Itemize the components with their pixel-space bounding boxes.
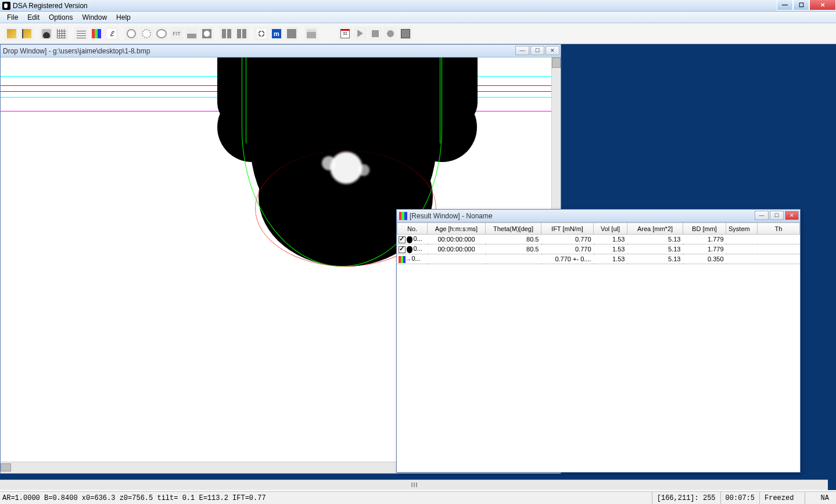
- cell-no: 0...: [414, 235, 422, 242]
- drop-button[interactable]: [40, 27, 53, 41]
- cell-no: 0...: [414, 245, 422, 252]
- minimize-button[interactable]: —: [777, 0, 793, 10]
- result-window-titlebar[interactable]: [Result Window] - Noname — ☐ ✕: [397, 210, 800, 222]
- circle-button-2[interactable]: [139, 27, 153, 41]
- cell-ift: 0.770: [541, 235, 594, 244]
- drop-window-titlebar[interactable]: Drop Window] - g:\users\jaime\desktop\1-…: [1, 45, 561, 57]
- folder-icon: [22, 29, 31, 38]
- result-max-button[interactable]: ☐: [770, 211, 784, 220]
- stop-icon: [372, 30, 379, 37]
- record-icon: [387, 30, 394, 37]
- scrollbar-thumb[interactable]: [552, 57, 561, 68]
- play-button[interactable]: [353, 27, 367, 41]
- menu-help[interactable]: Help: [112, 12, 135, 23]
- menu-options[interactable]: Options: [44, 12, 77, 23]
- target-button[interactable]: [254, 27, 268, 41]
- col-area[interactable]: Area [mm*2]: [627, 223, 683, 235]
- col-vol[interactable]: Vol [ul]: [594, 223, 627, 235]
- col-ift[interactable]: IFT [mN/m]: [541, 223, 594, 235]
- scrollbar-gripper: [406, 483, 423, 487]
- result-table: No. Age [h:m:s:ms] Theta(M)[deg] IFT [mN…: [397, 222, 800, 264]
- menu-edit[interactable]: Edit: [23, 12, 44, 23]
- app-titlebar: DSA Registered Version — ☐ ✕: [0, 0, 836, 12]
- col-theta[interactable]: Theta(M)[deg]: [486, 223, 541, 235]
- scrollbar-thumb[interactable]: [1, 463, 11, 471]
- ellipse-button[interactable]: [155, 27, 168, 41]
- col-no[interactable]: No.: [397, 223, 428, 235]
- cell-bd: 1.779: [683, 235, 726, 244]
- calc-button[interactable]: [399, 27, 412, 41]
- circle-icon: [127, 29, 136, 38]
- table-header-row: No. Age [h:m:s:ms] Theta(M)[deg] IFT [mN…: [397, 223, 800, 235]
- needle-button[interactable]: [285, 27, 299, 41]
- play-icon: [356, 29, 365, 38]
- epsilon-icon: ℰ: [107, 29, 116, 38]
- status-na: NA: [805, 492, 834, 504]
- col-system[interactable]: System: [726, 223, 758, 235]
- fit-icon: FIT: [172, 29, 181, 38]
- stop-button[interactable]: [368, 27, 382, 41]
- contour-button[interactable]: [200, 27, 214, 41]
- grid-icon: [57, 29, 66, 38]
- result-min-button[interactable]: —: [755, 211, 769, 220]
- circle-dotted-icon: [142, 29, 151, 38]
- maximize-button[interactable]: ☐: [793, 0, 809, 10]
- record-button[interactable]: [383, 27, 397, 41]
- row-checkbox[interactable]: [399, 246, 406, 253]
- col-th[interactable]: Th: [758, 223, 800, 235]
- mdi-scrollbar-horizontal[interactable]: [0, 480, 828, 490]
- cell-theta: 80.5: [486, 244, 541, 254]
- col-age[interactable]: Age [h:m:s:ms]: [428, 223, 486, 235]
- chart-button[interactable]: [89, 27, 103, 41]
- m-button[interactable]: m: [270, 27, 284, 41]
- drop-max-button[interactable]: ☐: [530, 46, 544, 55]
- table-row[interactable]: 0... 00:00:00:000 80.5 0.770 1.53 5.13 1…: [397, 235, 800, 244]
- circle-button-1[interactable]: [124, 27, 138, 41]
- cell-bd: 1.779: [683, 244, 726, 254]
- cell-ift: 0.770 +- 0....: [541, 254, 594, 264]
- app-title: DSA Registered Version: [13, 2, 88, 10]
- import-button[interactable]: [220, 27, 234, 41]
- status-time: 00:07:5: [720, 492, 759, 504]
- menubar: File Edit Options Window Help: [0, 12, 836, 23]
- drop-icon: [407, 236, 412, 243]
- open-button-2[interactable]: [20, 27, 34, 41]
- export-button[interactable]: [235, 27, 249, 41]
- status-bar: AR=1.0000 B=0.8400 x0=636.3 z0=756.5 til…: [0, 491, 836, 504]
- col-bd[interactable]: BD [mm]: [683, 223, 726, 235]
- table-row[interactable]: 0... 00:00:00:000 80.5 0.770 1.53 5.13 1…: [397, 244, 800, 254]
- cell-th: [758, 254, 800, 264]
- window-controls: — ☐ ✕: [777, 0, 836, 10]
- profile-button[interactable]: [185, 27, 199, 41]
- result-close-button[interactable]: ✕: [785, 211, 799, 220]
- cell-theta: 80.5: [486, 235, 541, 244]
- open-button-1[interactable]: [5, 27, 19, 41]
- drop-close-button[interactable]: ✕: [546, 46, 559, 55]
- cell-vol: 1.53: [594, 235, 627, 244]
- m-icon: m: [272, 29, 281, 38]
- status-coord: [166,211]: 255: [652, 492, 720, 504]
- status-analysis: AR=1.0000 B=0.8400 x0=636.3 z0=756.5 til…: [2, 494, 652, 502]
- chart-icon: [399, 256, 406, 263]
- row-checkbox[interactable]: [399, 236, 406, 243]
- arrow-icon: →: [406, 256, 412, 263]
- close-button[interactable]: ✕: [809, 0, 836, 10]
- print-button[interactable]: [304, 27, 318, 41]
- calendar-icon: 31: [340, 29, 350, 38]
- ellipse-icon: [156, 29, 167, 38]
- table-stats-row[interactable]: →0... 0.770 +- 0.... 1.53 5.13 0.350: [397, 254, 800, 264]
- lines-button[interactable]: [74, 27, 88, 41]
- drop-min-button[interactable]: —: [515, 46, 529, 55]
- e-button[interactable]: ℰ: [105, 27, 119, 41]
- menu-file[interactable]: File: [2, 12, 23, 23]
- date-button[interactable]: 31: [338, 27, 352, 41]
- cell-area: 5.13: [627, 244, 683, 254]
- grid-button[interactable]: [55, 27, 69, 41]
- fit-button[interactable]: FIT: [170, 27, 184, 41]
- cell-bd: 0.350: [683, 254, 726, 264]
- app-icon: [2, 2, 10, 10]
- cell-no: 0...: [412, 255, 421, 262]
- cell-system: [726, 235, 758, 244]
- result-window: [Result Window] - Noname — ☐ ✕ No. Age […: [396, 209, 801, 473]
- menu-window[interactable]: Window: [77, 12, 112, 23]
